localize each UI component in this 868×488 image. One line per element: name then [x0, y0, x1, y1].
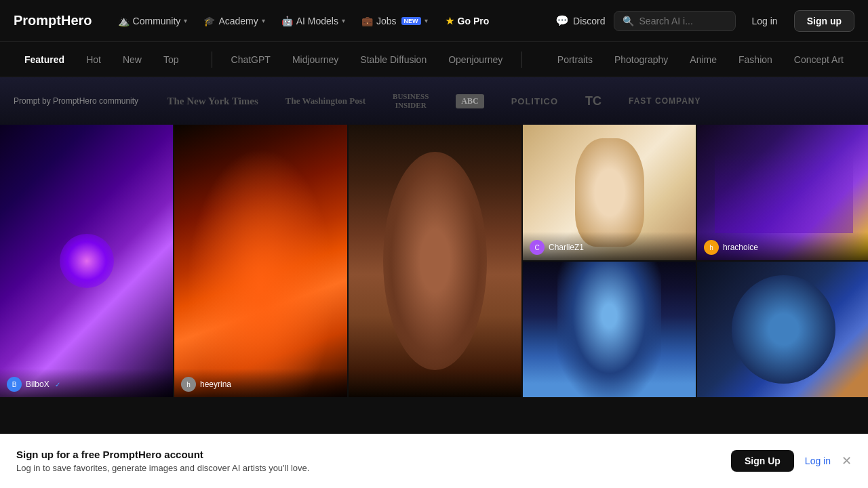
logo[interactable]: PromptHero	[14, 13, 92, 28]
community-icon: ⛰️	[118, 16, 130, 26]
avatar-heeyrina: h	[181, 377, 196, 392]
gallery-item-7[interactable]	[697, 262, 868, 397]
nav-links: ⛰️ Community ▾ 🎓 Academy ▾ 🤖 AI Models ▾…	[111, 12, 555, 30]
search-bar[interactable]: 🔍	[614, 11, 736, 31]
subnav-middle: ChatGPT Midjourney Stable Diffusion Open…	[220, 49, 514, 70]
chevron-down-icon: ▾	[262, 17, 265, 24]
navbar: PromptHero ⛰️ Community ▾ 🎓 Academy ▾ 🤖 …	[0, 0, 868, 42]
nav-jobs[interactable]: 💼 Jobs NEW ▾	[355, 12, 435, 30]
gallery-item-5[interactable]: h hrachoice	[697, 125, 868, 260]
subnav-top[interactable]: Top	[153, 49, 190, 70]
gallery-item-3[interactable]	[349, 125, 521, 397]
signup-button[interactable]: Sign up	[794, 10, 854, 32]
banner-signup-button[interactable]: Sign Up	[731, 450, 794, 472]
signup-banner: Sign up for a free PromptHero account Lo…	[0, 434, 868, 488]
item-2-overlay: h heeyrina	[174, 369, 347, 397]
subnav-anime[interactable]: Anime	[679, 49, 728, 70]
subnav-midjourney[interactable]: Midjourney	[281, 49, 349, 70]
nav-academy[interactable]: 🎓 Academy ▾	[197, 12, 271, 30]
subnav-fashion[interactable]: Fashion	[728, 49, 783, 70]
new-badge: NEW	[401, 17, 421, 25]
gallery-item-1[interactable]: B BilboX ✓	[0, 125, 173, 397]
wapo-logo: The Washington Post	[285, 96, 366, 106]
prompt-text: Prompt by PromptHero community	[14, 96, 138, 106]
business-insider-logo: BUSINESSINSIDER	[393, 92, 429, 110]
abc-logo: ABC	[456, 94, 484, 108]
login-button[interactable]: Log in	[744, 12, 786, 30]
nav-ai-models[interactable]: 🤖 AI Models ▾	[275, 12, 352, 30]
username-hrachoice: hrachoice	[723, 243, 758, 252]
subnav-concept-art[interactable]: Concept Art	[783, 49, 854, 70]
fast-company-logo: FAST COMPANY	[629, 96, 701, 106]
jobs-icon: 💼	[361, 16, 373, 26]
ai-models-icon: 🤖	[281, 16, 293, 26]
banner-actions: Sign Up Log in	[731, 450, 831, 472]
discord-button[interactable]: 💬 Discord	[555, 14, 605, 27]
avatar-bilbox: B	[7, 377, 22, 392]
subnav-openjourney[interactable]: Openjourney	[437, 49, 513, 70]
discord-icon: 💬	[555, 14, 569, 27]
subnav-divider-2	[521, 52, 522, 68]
close-icon[interactable]: ✕	[842, 453, 852, 468]
subnav-stable-diffusion[interactable]: Stable Diffusion	[349, 49, 437, 70]
item-1-overlay: B BilboX ✓	[0, 369, 173, 397]
subnav-new[interactable]: New	[112, 49, 153, 70]
gallery-item-2[interactable]: h heeyrina	[174, 125, 347, 397]
subnav-hot[interactable]: Hot	[75, 49, 112, 70]
subnav-divider	[212, 52, 212, 68]
item-4-overlay: C CharlieZ1	[523, 232, 696, 260]
banner-content: Sign up for a free PromptHero account Lo…	[16, 449, 731, 473]
gallery-item-6[interactable]	[523, 262, 696, 397]
search-icon: 🔍	[623, 16, 634, 26]
search-input[interactable]	[639, 16, 721, 26]
subnav-featured[interactable]: Featured	[14, 49, 75, 70]
banner-title: Sign up for a free PromptHero account	[16, 449, 731, 460]
chevron-down-icon: ▾	[184, 17, 187, 24]
nyt-logo: The New York Times	[167, 96, 258, 107]
banner-subtitle: Log in to save favorites, generate image…	[16, 463, 731, 473]
nav-go-pro[interactable]: ★ Go Pro	[437, 12, 498, 30]
politico-logo: POLITICO	[511, 96, 558, 106]
chevron-down-icon: ▾	[425, 17, 428, 24]
banner-login-link[interactable]: Log in	[805, 455, 831, 466]
subnav: Featured Hot New Top ChatGPT Midjourney …	[0, 42, 868, 77]
username-bilbox: BilboX	[26, 380, 50, 389]
item-5-overlay: h hrachoice	[697, 232, 868, 260]
username-charliez1: CharlieZ1	[549, 243, 584, 252]
gallery-item-4[interactable]: C CharlieZ1	[523, 125, 696, 260]
subnav-right: Portraits Photography Anime Fashion Conc…	[547, 49, 854, 70]
verified-icon: ✓	[55, 381, 60, 388]
star-icon: ★	[446, 16, 454, 26]
subnav-left: Featured Hot New Top	[14, 49, 190, 70]
avatar-hrachoice: h	[704, 240, 719, 255]
academy-icon: 🎓	[203, 16, 215, 26]
subnav-portraits[interactable]: Portraits	[547, 49, 604, 70]
nav-community[interactable]: ⛰️ Community ▾	[111, 12, 195, 30]
avatar-charliez1: C	[530, 240, 545, 255]
chevron-down-icon: ▾	[342, 17, 345, 24]
subnav-chatgpt[interactable]: ChatGPT	[220, 49, 281, 70]
gallery-container: B BilboX ✓ h heeyrina	[0, 125, 868, 488]
subnav-photography[interactable]: Photography	[604, 49, 679, 70]
username-heeyrina: heeyrina	[200, 380, 231, 389]
nav-right: 💬 Discord 🔍 Log in Sign up	[555, 10, 854, 32]
hero-banner: Prompt by PromptHero community The New Y…	[0, 77, 868, 125]
tc-logo: TC	[585, 94, 601, 108]
